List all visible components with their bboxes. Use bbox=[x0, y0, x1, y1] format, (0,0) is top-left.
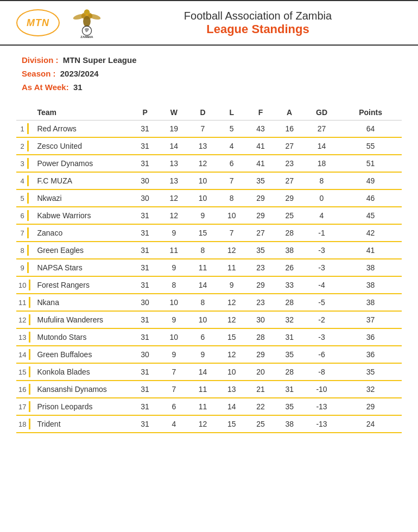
won: 9 bbox=[160, 224, 188, 242]
played: 31 bbox=[130, 311, 159, 328]
table-row: 1 Red Arrows 31 19 7 5 43 16 27 64 bbox=[16, 121, 402, 138]
drawn: 10 bbox=[188, 311, 217, 328]
lost: 15 bbox=[217, 328, 246, 346]
points: 55 bbox=[339, 137, 402, 155]
drawn: 12 bbox=[188, 415, 217, 433]
col-gd: GD bbox=[304, 105, 339, 121]
header-text: Football Association of Zambia League St… bbox=[114, 10, 402, 36]
team-name: Kansanshi Dynamos bbox=[33, 381, 130, 398]
goals-against: 38 bbox=[275, 242, 304, 259]
played: 31 bbox=[130, 155, 159, 172]
col-rank bbox=[16, 105, 33, 121]
rank-cell: 1 bbox=[16, 121, 33, 138]
played: 31 bbox=[130, 276, 159, 294]
svg-point-1 bbox=[83, 16, 91, 27]
table-header-row: Team P W D L F A GD Points bbox=[16, 105, 402, 121]
meta-section: Division : MTN Super League Season : 202… bbox=[0, 46, 418, 99]
goals-for: 29 bbox=[246, 346, 275, 363]
rank-cell: 9 bbox=[16, 259, 33, 276]
team-name: Trident bbox=[33, 415, 130, 433]
col-l: L bbox=[217, 105, 246, 121]
played: 31 bbox=[130, 363, 159, 381]
lost: 10 bbox=[217, 363, 246, 381]
division-value: MTN Super League bbox=[63, 55, 137, 65]
goal-diff: -1 bbox=[304, 224, 339, 242]
goals-for: 29 bbox=[246, 207, 275, 224]
lost: 8 bbox=[217, 189, 246, 207]
played: 31 bbox=[130, 381, 159, 398]
goals-against: 28 bbox=[275, 363, 304, 381]
goals-for: 30 bbox=[246, 311, 275, 328]
drawn: 14 bbox=[188, 363, 217, 381]
team-name: Zesco United bbox=[33, 137, 130, 155]
team-name: Prison Leopards bbox=[33, 398, 130, 415]
lost: 12 bbox=[217, 242, 246, 259]
col-d: D bbox=[188, 105, 217, 121]
drawn: 8 bbox=[188, 242, 217, 259]
season-value: 2023/2024 bbox=[60, 69, 99, 78]
goals-for: 35 bbox=[246, 242, 275, 259]
season-label: Season : bbox=[22, 69, 56, 78]
goal-diff: -3 bbox=[304, 242, 339, 259]
goal-diff: -13 bbox=[304, 415, 339, 433]
won: 9 bbox=[160, 311, 188, 328]
table-row: 15 Konkola Blades 31 7 14 10 20 28 -8 35 bbox=[16, 363, 402, 381]
points: 46 bbox=[339, 189, 402, 207]
points: 49 bbox=[339, 172, 402, 189]
goal-diff: -6 bbox=[304, 346, 339, 363]
goals-against: 26 bbox=[275, 259, 304, 276]
week-value: 31 bbox=[73, 83, 83, 92]
lost: 9 bbox=[217, 276, 246, 294]
col-f: F bbox=[246, 105, 275, 121]
col-w: W bbox=[160, 105, 188, 121]
goal-diff: 0 bbox=[304, 189, 339, 207]
won: 8 bbox=[160, 276, 188, 294]
rank-cell: 13 bbox=[16, 328, 33, 346]
played: 31 bbox=[130, 415, 159, 433]
division-label: Division : bbox=[22, 55, 59, 65]
standings-table: Team P W D L F A GD Points 1 Red Arrows … bbox=[16, 105, 402, 433]
goal-diff: 4 bbox=[304, 207, 339, 224]
drawn: 10 bbox=[188, 172, 217, 189]
goals-for: 23 bbox=[246, 294, 275, 311]
standings-table-container: Team P W D L F A GD Points 1 Red Arrows … bbox=[0, 99, 418, 444]
table-row: 13 Mutondo Stars 31 10 6 15 28 31 -3 36 bbox=[16, 328, 402, 346]
rank-cell: 10 bbox=[16, 276, 33, 294]
team-name: Green Buffaloes bbox=[33, 346, 130, 363]
rank-cell: 16 bbox=[16, 381, 33, 398]
table-row: 6 Kabwe Warriors 31 12 9 10 29 25 4 45 bbox=[16, 207, 402, 224]
lost: 15 bbox=[217, 415, 246, 433]
lost: 7 bbox=[217, 224, 246, 242]
goal-diff: -4 bbox=[304, 276, 339, 294]
drawn: 7 bbox=[188, 121, 217, 138]
goals-for: 29 bbox=[246, 189, 275, 207]
points: 45 bbox=[339, 207, 402, 224]
header: MTN ZAMBIA Football Association of Zambi… bbox=[0, 0, 418, 46]
team-name: Mutondo Stars bbox=[33, 328, 130, 346]
lost: 13 bbox=[217, 381, 246, 398]
goals-against: 28 bbox=[275, 294, 304, 311]
goals-for: 29 bbox=[246, 276, 275, 294]
goal-diff: 18 bbox=[304, 155, 339, 172]
team-name: Mufulira Wanderers bbox=[33, 311, 130, 328]
goals-for: 43 bbox=[246, 121, 275, 138]
played: 31 bbox=[130, 328, 159, 346]
won: 13 bbox=[160, 155, 188, 172]
rank-cell: 18 bbox=[16, 415, 33, 433]
goal-diff: 8 bbox=[304, 172, 339, 189]
points: 29 bbox=[339, 398, 402, 415]
won: 7 bbox=[160, 363, 188, 381]
rank-cell: 7 bbox=[16, 224, 33, 242]
points: 41 bbox=[339, 242, 402, 259]
division-row: Division : MTN Super League bbox=[22, 55, 396, 65]
drawn: 9 bbox=[188, 207, 217, 224]
team-name: Green Eagles bbox=[33, 242, 130, 259]
drawn: 14 bbox=[188, 276, 217, 294]
table-row: 17 Prison Leopards 31 6 11 14 22 35 -13 … bbox=[16, 398, 402, 415]
week-row: As At Week: 31 bbox=[22, 83, 396, 92]
team-name: Konkola Blades bbox=[33, 363, 130, 381]
goals-for: 27 bbox=[246, 224, 275, 242]
lost: 6 bbox=[217, 155, 246, 172]
goals-against: 29 bbox=[275, 189, 304, 207]
col-p: P bbox=[130, 105, 159, 121]
